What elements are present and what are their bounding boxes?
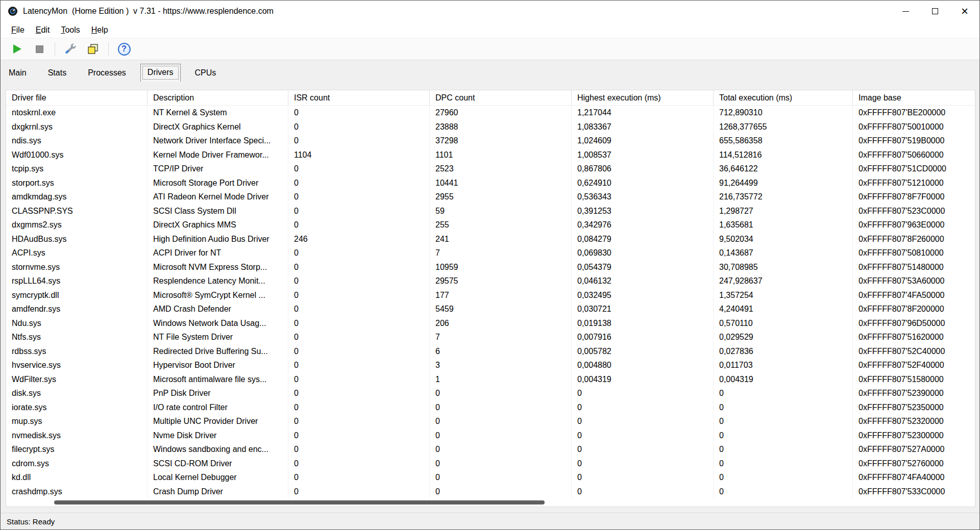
maximize-button[interactable] [920, 1, 950, 22]
cell-dpc-count: 1 [430, 372, 572, 387]
table-row[interactable]: mup.sysMultiple UNC Provider Driver00000… [6, 414, 975, 428]
cell-image-base: 0xFFFFF807'52300000 [853, 428, 975, 443]
cell-isr-count: 0 [288, 414, 430, 428]
help-button[interactable]: ? [115, 40, 133, 58]
table-row[interactable]: disk.sysPnP Disk Driver00000xFFFFF807'52… [6, 386, 975, 400]
table-row[interactable]: dxgmms2.sysDirectX Graphics MMS02550,342… [6, 218, 975, 232]
cell-dpc-count: 0 [430, 442, 572, 457]
column-header-isr-count[interactable]: ISR count [288, 90, 430, 105]
cell-highest-execution-ms: 0 [572, 485, 714, 499]
table-row[interactable]: rdbss.sysRedirected Drive Buffering Su..… [6, 344, 975, 359]
cell-image-base: 0xFFFFF807'519B0000 [853, 134, 975, 148]
toolbar-separator [55, 42, 55, 56]
cell-description: ACPI Driver for NT [148, 246, 288, 260]
cell-driver-file: filecrypt.sys [6, 442, 148, 457]
tab-cpus[interactable]: CPUs [188, 64, 224, 82]
cell-total-execution-ms: 0 [714, 457, 853, 471]
table-row[interactable]: ndis.sysNetwork Driver Interface Speci..… [6, 134, 975, 148]
cell-isr-count: 0 [288, 344, 430, 359]
cell-driver-file: Ndu.sys [6, 316, 148, 331]
stop-monitor-button[interactable] [30, 40, 48, 58]
cell-total-execution-ms: 0,570110 [714, 316, 853, 331]
cell-driver-file: hvservice.sys [6, 358, 148, 372]
cell-isr-count: 0 [288, 330, 430, 344]
cell-total-execution-ms: 114,512816 [714, 148, 853, 162]
table-row[interactable]: CLASSPNP.SYSSCSI Class System Dll0590,39… [6, 204, 975, 218]
tab-main[interactable]: Main [2, 64, 34, 82]
table-row[interactable]: amdkmdag.sysATI Radeon Kernel Mode Drive… [6, 190, 975, 204]
cell-total-execution-ms: 0,143687 [714, 246, 853, 260]
cell-highest-execution-ms: 1,008537 [572, 148, 714, 162]
cell-driver-file: amdfendr.sys [6, 302, 148, 316]
menu-item-file[interactable]: File [6, 23, 30, 37]
cell-isr-count: 0 [288, 470, 430, 485]
table-row[interactable]: rspLLL64.sysResplendence Latency Monit..… [6, 274, 975, 288]
table-row[interactable]: filecrypt.sysWindows sandboxing and enc.… [6, 442, 975, 457]
tab-processes[interactable]: Processes [81, 64, 133, 82]
table-row[interactable]: ntoskrnl.exeNT Kernel & System0279601,21… [6, 106, 975, 120]
table-row[interactable]: iorate.sysI/O rate control Filter00000xF… [6, 400, 975, 415]
start-monitor-button[interactable] [8, 40, 26, 58]
table-row[interactable]: nvmedisk.sysNvme Disk Driver00000xFFFFF8… [6, 428, 975, 443]
table-row[interactable]: crashdmp.sysCrash Dump Driver00000xFFFFF… [6, 485, 975, 499]
cell-total-execution-ms: 1268,377655 [714, 120, 853, 134]
cell-dpc-count: 3 [430, 358, 572, 372]
column-header-highest-execution-ms[interactable]: Highest execution (ms) [572, 90, 714, 105]
minimize-button[interactable] [891, 1, 920, 22]
table-row[interactable]: Ntfs.sysNT File System Driver070,0079160… [6, 330, 975, 344]
cell-dpc-count: 0 [430, 485, 572, 499]
tab-stats[interactable]: Stats [41, 64, 74, 82]
table-row[interactable]: storport.sysMicrosoft Storage Port Drive… [6, 176, 975, 190]
cell-total-execution-ms: 0 [714, 485, 853, 499]
table-row[interactable]: hvservice.sysHypervisor Boot Driver030,0… [6, 358, 975, 372]
table-row[interactable]: Ndu.sysWindows Network Data Usag...02060… [6, 316, 975, 331]
table-row[interactable]: cdrom.sysSCSI CD-ROM Driver00000xFFFFF80… [6, 457, 975, 471]
cell-image-base: 0xFFFFF807'51580000 [853, 372, 975, 387]
table-row[interactable]: ACPI.sysACPI Driver for NT070,0698300,14… [6, 246, 975, 260]
cell-total-execution-ms: 1,635681 [714, 218, 853, 232]
column-header-image-base[interactable]: Image base [853, 90, 975, 105]
app-icon [8, 6, 18, 16]
cell-image-base: 0xFFFFF807'51480000 [853, 260, 975, 274]
table-row[interactable]: HDAudBus.sysHigh Definition Audio Bus Dr… [6, 232, 975, 246]
maximize-icon [932, 8, 938, 14]
column-header-dpc-count[interactable]: DPC count [430, 90, 572, 105]
menu-item-help[interactable]: Help [86, 23, 114, 37]
table-row[interactable]: dxgkrnl.sysDirectX Graphics Kernel023888… [6, 120, 975, 134]
cell-total-execution-ms: 1,357254 [714, 288, 853, 302]
column-header-description[interactable]: Description [148, 90, 288, 105]
cell-description: Nvme Disk Driver [148, 428, 288, 443]
table-row[interactable]: Wdf01000.sysKernel Mode Driver Framewor.… [6, 148, 975, 162]
table-row[interactable]: tcpip.sysTCP/IP Driver025230,86780636,64… [6, 162, 975, 176]
cell-highest-execution-ms: 0 [572, 386, 714, 400]
cell-total-execution-ms: 0,029529 [714, 330, 853, 344]
column-header-driver-file[interactable]: Driver file [6, 90, 148, 105]
menu-item-tools[interactable]: Tools [55, 23, 85, 37]
table-body: ntoskrnl.exeNT Kernel & System0279601,21… [6, 106, 975, 498]
copy-report-button[interactable] [84, 40, 102, 58]
horizontal-scrollbar-thumb[interactable] [54, 500, 545, 504]
cell-total-execution-ms: 216,735772 [714, 190, 853, 204]
cell-isr-count: 0 [288, 485, 430, 499]
cell-image-base: 0xFFFFF807'52F40000 [853, 358, 975, 372]
column-header-total-execution-ms[interactable]: Total execution (ms) [714, 90, 853, 105]
tab-drivers[interactable]: Drivers [140, 64, 181, 82]
cell-highest-execution-ms: 0,624910 [572, 176, 714, 190]
cell-isr-count: 0 [288, 316, 430, 331]
table-row[interactable]: stornvme.sysMicrosoft NVM Express Storp.… [6, 260, 975, 274]
cell-description: NT File System Driver [148, 330, 288, 344]
close-button[interactable]: × [950, 1, 979, 22]
cell-isr-count: 0 [288, 120, 430, 134]
options-button[interactable] [61, 40, 80, 58]
cell-total-execution-ms: 247,928637 [714, 274, 853, 288]
menu-item-edit[interactable]: Edit [30, 23, 56, 37]
cell-driver-file: disk.sys [6, 386, 148, 400]
cell-highest-execution-ms: 0,391253 [572, 204, 714, 218]
table-row[interactable]: WdFilter.sysMicrosoft antimalware file s… [6, 372, 975, 387]
cell-driver-file: WdFilter.sys [6, 372, 148, 387]
table-row[interactable]: kd.dllLocal Kernel Debugger00000xFFFFF80… [6, 470, 975, 485]
cell-isr-count: 0 [288, 204, 430, 218]
table-row[interactable]: symcryptk.dllMicrosoft® SymCrypt Kernel … [6, 288, 975, 302]
cell-image-base: 0xFFFFF807'52320000 [853, 414, 975, 428]
table-row[interactable]: amdfendr.sysAMD Crash Defender054590,030… [6, 302, 975, 316]
